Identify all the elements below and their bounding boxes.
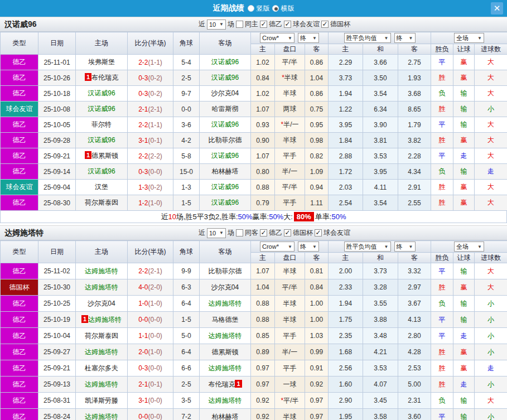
home-team-name[interactable]: 布伦瑞克 [91,74,118,81]
vertical-layout-radio[interactable] [248,5,254,12]
avg-time-select[interactable]: 终▼ [394,33,416,43]
home-team-name[interactable]: 汉诺威96 [88,167,115,175]
scope-select[interactable]: 全场▼ [454,242,484,252]
eu-away-odds: 8.65 [398,102,431,117]
away-team-name[interactable]: 达姆施塔特 [209,300,242,307]
asia-away-odds: 1.09 [305,164,329,180]
away-team-name[interactable]: 马格德堡 [212,316,239,324]
asia-home-odds: 0.97 [251,376,275,393]
checkbox-球会友谊[interactable]: ✓ [315,229,322,236]
home-team-name[interactable]: 德累斯顿 [91,152,118,160]
eu-away-odds: 2.80 [398,328,431,344]
goals-result-cell: 大 [475,393,507,409]
checkbox-同主[interactable] [236,21,243,28]
corners-cell: 5-8 [173,148,200,164]
home-team-name[interactable]: 埃弗斯堡 [88,58,115,66]
score-cell: 2-2(2-1) [128,263,173,279]
home-team-cell: 汉诺威96 [76,86,128,102]
odds-time-select[interactable]: 终▼ [298,33,319,43]
scope-select[interactable]: 全场▼ [454,33,484,43]
away-team-name[interactable]: 达姆施塔特 [209,332,242,340]
away-team-name[interactable]: 沙尔克04 [211,89,239,97]
horizontal-layout-label[interactable]: 横版 [281,4,294,13]
home-team-name[interactable]: 荷尔斯泰因 [85,199,118,206]
home-team-name[interactable]: 荷尔斯泰因 [85,332,118,340]
away-team-name[interactable]: 汉诺威96 [211,58,239,66]
close-button[interactable]: ✕ [491,2,503,15]
match-row: 德乙25-10-05菲尔特2-2(1-1)3-6汉诺威960.93*半/一0.9… [1,117,507,133]
avg-odds-select[interactable]: 胜平负均值▼ [344,33,391,43]
goals-result-cell: 走 [475,360,507,376]
handicap-cell: 半球 [275,409,305,420]
home-team-name[interactable]: 凯泽斯劳滕 [85,397,118,404]
home-team-name[interactable]: 汉诺威96 [88,136,115,144]
match-count-select[interactable]: 10▼ [207,20,226,30]
halftime-score: (0-1) [148,380,162,388]
halftime-score: (0-0) [148,332,162,340]
away-team-name[interactable]: 比勒菲尔德 [209,267,242,275]
column-header: 日期 [38,241,76,263]
away-team-name[interactable]: 汉诺威96 [211,152,239,160]
home-team-name[interactable]: 汉诺威96 [88,105,115,113]
away-team-name[interactable]: 哈雷斯彻 [212,105,239,113]
eu-draw-odds: 6.34 [363,102,398,117]
checkbox-同客[interactable] [236,229,243,236]
sub-column-header: 胜负 [431,253,453,263]
odds-company-select[interactable]: Crow*▼ [260,33,294,43]
handicap-value: 半/一 [282,167,297,175]
asia-away-odds: 0.82 [305,148,329,164]
odds-company-select[interactable]: Crow*▼ [260,242,294,252]
away-team-name[interactable]: 比勒菲尔德 [209,136,242,144]
handicap-cell: 半/一 [275,344,305,360]
score-cell: 0-3(0-2) [128,70,173,86]
home-team-cell: 荷尔斯泰因 [76,328,128,344]
vertical-layout-label[interactable]: 竖版 [257,4,270,13]
fulltime-score: 4-0 [138,283,148,291]
asia-away-odds: 0.97 [305,409,329,420]
eu-draw-odds: 4.21 [363,344,398,360]
away-team-name[interactable]: 柏林赫塔 [212,167,239,175]
eu-home-odds: 2.90 [329,393,363,409]
handicap-cell: 半球 [275,312,305,328]
checkbox-德国杯[interactable]: ✓ [321,21,329,28]
home-team-name[interactable]: 汉诺威96 [88,89,115,97]
checkbox-球会友谊[interactable]: ✓ [284,21,291,28]
checkbox-德乙[interactable]: ✓ [260,21,267,28]
avg-odds-select[interactable]: 胜平负均值▼ [344,242,391,252]
fulltime-score: 3-1 [138,397,148,404]
checkbox-德乙[interactable]: ✓ [260,229,267,236]
away-team-name[interactable]: 沙尔克04 [211,283,239,291]
handicap-cell: 半球 [275,296,305,312]
avg-time-select[interactable]: 终▼ [394,242,416,252]
away-team-name[interactable]: 达姆施塔特 [209,397,242,404]
halftime-score: (1-0) [148,348,162,356]
eu-home-odds: 2.56 [329,360,363,376]
home-team-name[interactable]: 达姆施塔特 [85,413,118,420]
away-team-name[interactable]: 汉诺威96 [211,120,239,128]
match-count-select[interactable]: 10▼ [207,228,226,238]
match-type-cell: 德乙 [1,376,38,393]
eu-away-odds: 2.28 [398,148,431,164]
away-team-name[interactable]: 达姆施塔特 [209,364,242,372]
away-team-name[interactable]: 汉诺威96 [211,183,239,191]
home-team-name[interactable]: 杜塞尔多夫 [85,364,118,372]
home-team-name[interactable]: 汉堡 [95,183,108,191]
away-team-cell: 布伦瑞克1 [200,376,251,393]
home-team-name[interactable]: 达姆施塔特 [85,380,118,388]
horizontal-layout-radio[interactable] [272,5,279,12]
away-team-name[interactable]: 汉诺威96 [211,199,239,206]
asia-away-odds: 1.04 [305,70,329,86]
home-team-name[interactable]: 达姆施塔特 [88,316,122,324]
home-team-name[interactable]: 达姆施塔特 [85,267,118,275]
away-team-name[interactable]: 德累斯顿 [212,348,239,356]
home-team-name[interactable]: 沙尔克04 [88,300,115,307]
checkbox-德国杯[interactable]: ✓ [284,229,291,236]
home-team-name[interactable]: 达姆施塔特 [85,283,118,291]
odds-time-select[interactable]: 终▼ [298,242,319,252]
away-team-name[interactable]: 汉诺威96 [211,74,239,81]
handicap-value: 半/一 [283,120,298,128]
away-team-name[interactable]: 柏林赫塔 [212,413,239,420]
home-team-name[interactable]: 菲尔特 [91,120,112,128]
away-team-name[interactable]: 布伦瑞克 [208,380,235,388]
home-team-name[interactable]: 达姆施塔特 [85,348,118,356]
